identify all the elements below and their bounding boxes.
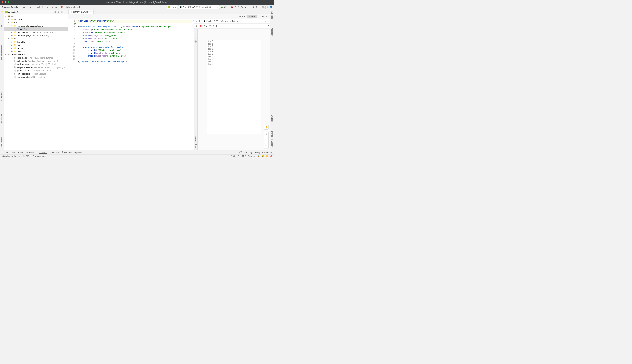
tree-java[interactable]: ▼📁java [4, 21, 68, 24]
lock-icon[interactable]: 🔒 [257, 155, 260, 157]
run-config-selector[interactable]: app ▾ [167, 5, 177, 9]
tab-activity-main[interactable]: ◧ activity_main.xml × [69, 10, 94, 14]
related-file-icon[interactable]: C [74, 22, 76, 24]
warning-line-marker[interactable] [193, 25, 194, 25]
crumb-src[interactable]: src [30, 6, 33, 8]
orientation-icon[interactable]: ⟳ [198, 20, 200, 22]
zoom-out-icon[interactable]: − [264, 136, 268, 140]
debug-icon[interactable]: 🐞 [231, 6, 233, 8]
project-mode-selector[interactable]: Android ▾ [5, 11, 18, 13]
tree-gradle-wrapper[interactable]: 📄gradle-wrapper.properties(Gradle Versio… [4, 62, 68, 66]
tree-local-props[interactable]: 📄local.properties(SDK Location) [4, 75, 68, 78]
bottom-logcat[interactable]: ≣ 6: Logcat [36, 151, 47, 154]
rail-emulator[interactable]: Emulator [271, 114, 273, 123]
crumb-res[interactable]: res [45, 6, 48, 8]
rail-build-variants[interactable]: Build Variants [1, 136, 3, 149]
sync-icon[interactable]: ↘ [163, 6, 166, 8]
crumb-layout[interactable]: layout [52, 6, 58, 8]
user-icon[interactable]: 👤 [270, 6, 272, 8]
warnings-icon[interactable]: ⚠ [267, 20, 269, 22]
zoom-fit[interactable]: 1:1 [264, 140, 268, 144]
api-select[interactable]: ⊕ 30 ▾ [214, 20, 220, 22]
rail-validation[interactable]: Validation [271, 28, 273, 37]
rail-attributes[interactable]: Attributes [271, 10, 273, 20]
tree-pkg-androidtest[interactable]: ▶📁com.example.jacquardtutorial(androidTe… [4, 30, 68, 34]
tree-build-gradle-project[interactable]: 🐘build.gradle(Project: Jacquard_Tutorial… [4, 56, 68, 59]
apply-changes-icon[interactable]: ⟳ [224, 6, 227, 8]
crumb-main[interactable]: main [36, 6, 41, 8]
rail-palette[interactable]: Palette [195, 36, 197, 44]
rail-project[interactable]: 1: Project [1, 24, 3, 33]
device-selector[interactable]: 📱 Pixel 3 XL API 29 (missing feature: ..… [178, 5, 220, 9]
stop-icon[interactable]: ■ [244, 6, 247, 8]
code-content[interactable]: <?xml version="1.0" encoding="utf-8"?> <… [76, 19, 192, 150]
bottom-database-inspector[interactable]: 🗄 Database Inspector [62, 151, 82, 154]
line-ending[interactable]: LF [237, 155, 239, 157]
code-editor[interactable]: 123 456 789 101112 1314 C <?xml version=… [69, 19, 194, 150]
guidelines-icon[interactable]: Ⅰ [216, 25, 217, 27]
feedback-sad-icon[interactable]: 😞 [266, 155, 269, 158]
sync-gradle-icon[interactable]: 🐘 [262, 6, 265, 8]
attach-debugger-icon[interactable]: ⇲ [241, 6, 243, 8]
warning-marker-icon[interactable] [193, 20, 194, 21]
avd-icon[interactable]: ▭ [249, 6, 251, 8]
tree-mipmap[interactable]: ▶📁mipmap [4, 46, 68, 50]
design-canvas[interactable]: ⚬ Item 0 Item 1 Item 2 Item 3 Item 4 Ite… [198, 28, 270, 150]
rail-device-file-explorer[interactable]: Device File Explorer [271, 130, 273, 149]
tree-values[interactable]: ▶📁values [4, 50, 68, 53]
tree-settings-gradle[interactable]: 🐘settings.gradle(Project Settings) [4, 72, 68, 75]
tree-drawable[interactable]: ▶📁drawable [4, 40, 68, 44]
surface-icon[interactable]: ◈ [195, 20, 197, 22]
bottom-build[interactable]: 🔨 Build [26, 151, 34, 154]
indent[interactable]: 2 spaces [248, 155, 256, 157]
expand-all-icon[interactable]: ⇅ [58, 11, 59, 13]
device-select[interactable]: 📱 Pixel ▾ [203, 20, 212, 22]
code-minimap[interactable] [192, 19, 194, 150]
search-icon[interactable]: 🔍 [266, 6, 269, 8]
rail-structure[interactable]: 7: Structure [1, 91, 3, 102]
view-options-icon[interactable]: 👁 [195, 25, 197, 27]
bottom-layout-inspector[interactable]: ▣ Layout Inspector [255, 151, 272, 154]
coverage-icon[interactable]: ◧ [234, 6, 237, 8]
pan-icon[interactable]: ✋ [264, 125, 269, 130]
tree-gradle-props[interactable]: 📄gradle.properties(Project Properties) [4, 69, 68, 72]
crumb-file[interactable]: activity_main.xml [64, 6, 80, 8]
bottom-todo[interactable]: ≡ TODO [2, 151, 9, 154]
tree-manifests[interactable]: ▶📁manifests [4, 18, 68, 21]
more-icon[interactable]: » [265, 20, 266, 22]
device-preview[interactable]: Item 0 Item 1 Item 2 Item 3 Item 4 Item … [207, 40, 261, 134]
tree-layout[interactable]: ▶📁layout [4, 44, 68, 46]
feedback-happy-icon[interactable]: 😊 [262, 155, 264, 158]
apply-code-icon[interactable]: ≡ [227, 6, 230, 8]
tree-build-gradle-module[interactable]: 🐘build.gradle(Module: Jacquard_Tutorial.… [4, 59, 68, 62]
tree-proguard[interactable]: 🐘proguard-rules.pro(ProGuard Rules for J… [4, 66, 68, 69]
encoding[interactable]: UTF-8 [241, 155, 246, 157]
tab-close-icon[interactable]: × [90, 11, 92, 13]
tree-gradle-scripts[interactable]: ▼🐘Gradle Scripts [4, 53, 68, 56]
help-icon[interactable]: ? [268, 25, 269, 27]
select-opened-icon[interactable]: ⊙ [54, 11, 56, 13]
minimize-window[interactable] [5, 1, 7, 3]
profile-icon[interactable]: ⏱ [237, 6, 240, 8]
rail-favorites[interactable]: 2: Favorites [1, 113, 3, 124]
crumb-root[interactable]: JacquardTutorial [2, 6, 19, 8]
clear-constraints-icon[interactable]: ✕ [209, 25, 211, 27]
rail-component-tree[interactable]: Component Tree [195, 133, 197, 148]
close-window[interactable] [2, 1, 4, 3]
mode-design[interactable]: ▢ Design [257, 15, 269, 18]
caret-pos[interactable]: 1:39 [231, 155, 235, 157]
bottom-terminal[interactable]: ⌨ Terminal [12, 151, 23, 154]
run-icon[interactable]: ▶ [221, 6, 223, 8]
hide-icon[interactable]: — [65, 11, 67, 13]
infer-icon[interactable]: ✦ [213, 25, 215, 27]
bottom-profiler[interactable]: ⏱ Profiler [50, 151, 59, 154]
error-indicator-icon[interactable]: ! [271, 155, 272, 157]
theme-select[interactable]: ◎ JacquardTutorial ▾ [221, 20, 240, 22]
zoom-reset-icon[interactable]: ⛶ [264, 144, 268, 148]
folder-rail-icon[interactable]: 📁 [1, 10, 3, 12]
default-margins[interactable]: 0dp [204, 25, 207, 27]
sdk-icon[interactable]: ⬇ [252, 6, 255, 8]
tree-res[interactable]: ▼📁res [4, 37, 68, 40]
tree-pkg[interactable]: ▼📁com.example.jacquardtutorial [4, 24, 68, 28]
maximize-window[interactable] [8, 1, 10, 3]
